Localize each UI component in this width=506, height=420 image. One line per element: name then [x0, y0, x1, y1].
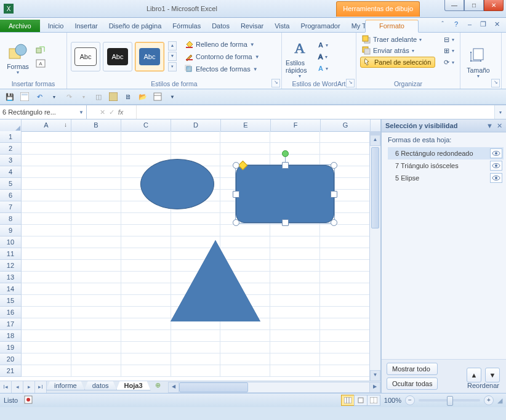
cell[interactable] — [270, 260, 320, 272]
cell[interactable] — [22, 248, 71, 260]
row-header[interactable]: 19 — [0, 342, 22, 353]
macro-record-icon[interactable] — [24, 395, 33, 405]
bring-forward-button[interactable]: Traer adelante▾ — [360, 34, 424, 44]
cell[interactable] — [320, 307, 370, 318]
cell[interactable] — [320, 236, 370, 248]
cell[interactable] — [71, 201, 121, 213]
cell[interactable] — [121, 143, 171, 155]
worksheet-grid[interactable]: A B C D E F G 12345678910111213141516171… — [0, 119, 381, 393]
text-box-icon[interactable]: A — [36, 59, 47, 68]
cell[interactable] — [22, 330, 71, 342]
row-header[interactable]: 7 — [0, 201, 22, 213]
cell[interactable] — [22, 190, 71, 201]
row-header[interactable]: 5 — [0, 178, 22, 190]
row-header[interactable]: 11 — [0, 248, 22, 260]
cell[interactable] — [71, 178, 121, 190]
window-maximize-button[interactable]: □ — [464, 0, 484, 11]
cell[interactable] — [171, 365, 221, 377]
cell[interactable] — [71, 330, 121, 342]
row-header[interactable]: 10 — [0, 236, 22, 248]
qat-customize-icon[interactable]: ▼ — [167, 92, 177, 102]
wordart-styles-button[interactable]: A Estilos rápidos ▼ — [286, 36, 314, 78]
cell[interactable] — [121, 248, 171, 260]
tab-page-layout[interactable]: Diseño de página — [103, 20, 167, 32]
visibility-toggle[interactable] — [490, 161, 502, 171]
cell[interactable] — [171, 225, 221, 236]
cell[interactable] — [71, 353, 121, 365]
cell[interactable] — [22, 342, 71, 353]
rotate-handle[interactable] — [282, 150, 289, 157]
tab-formulas[interactable]: Fórmulas — [167, 20, 206, 32]
cell[interactable] — [121, 131, 171, 143]
formula-input[interactable] — [137, 105, 494, 119]
resize-handle-bm[interactable] — [282, 219, 289, 226]
cell[interactable] — [121, 272, 171, 283]
column-header[interactable]: A — [22, 119, 71, 131]
cell[interactable] — [220, 365, 270, 377]
cell[interactable] — [22, 365, 71, 377]
cell[interactable] — [121, 225, 171, 236]
cell[interactable] — [71, 260, 121, 272]
shape-style-3[interactable]: Abc — [135, 42, 164, 71]
accept-formula-icon[interactable]: ✓ — [109, 108, 114, 116]
cell[interactable] — [270, 225, 320, 236]
sheet-tab[interactable]: datos — [84, 381, 117, 390]
sheet-nav-first-icon[interactable]: I◂ — [0, 381, 12, 393]
cell[interactable] — [220, 225, 270, 236]
reorder-down-button[interactable]: ▼ — [485, 368, 500, 382]
cell[interactable] — [22, 260, 71, 272]
row-header[interactable]: 14 — [0, 283, 22, 295]
tab-file[interactable]: Archivo — [0, 20, 40, 32]
cell[interactable] — [71, 213, 121, 225]
name-box-dropdown-icon[interactable]: ▼ — [79, 110, 84, 115]
sheet-tab[interactable]: informe — [46, 381, 85, 390]
tab-home[interactable]: Inicio — [42, 20, 70, 32]
visibility-toggle[interactable] — [490, 148, 502, 158]
cell[interactable] — [71, 307, 121, 318]
shapes-button[interactable]: Formas ▼ — [4, 39, 32, 75]
cell[interactable] — [220, 353, 270, 365]
qat-redo-icon[interactable]: ↷ — [64, 92, 74, 102]
cell[interactable] — [270, 318, 320, 330]
minimize-ribbon-icon[interactable]: ˆ — [438, 20, 447, 28]
cell[interactable] — [71, 318, 121, 330]
cell[interactable] — [121, 307, 171, 318]
zoom-out-button[interactable]: − — [405, 395, 415, 405]
shape-style-1[interactable]: Abc — [71, 42, 100, 71]
cell[interactable] — [171, 143, 221, 155]
cell[interactable] — [71, 131, 121, 143]
cell[interactable] — [121, 353, 171, 365]
cell[interactable] — [22, 143, 71, 155]
zoom-in-button[interactable]: + — [484, 395, 494, 405]
cell[interactable] — [320, 131, 370, 143]
row-header[interactable]: 15 — [0, 295, 22, 307]
cell[interactable] — [270, 330, 320, 342]
cancel-formula-icon[interactable]: ✕ — [100, 108, 105, 116]
cell[interactable] — [270, 353, 320, 365]
cell[interactable] — [270, 236, 320, 248]
reorder-up-button[interactable]: ▲ — [467, 368, 481, 382]
cell[interactable] — [121, 295, 171, 307]
row-header[interactable]: 20 — [0, 353, 22, 365]
qat-form-icon[interactable] — [20, 92, 30, 102]
fx-icon[interactable]: fx — [118, 108, 124, 116]
shape-effects-button[interactable]: Efectos de formas▼ — [183, 64, 262, 74]
tab-view[interactable]: Vista — [269, 20, 295, 32]
cell[interactable] — [71, 155, 121, 166]
cell[interactable] — [220, 131, 270, 143]
sheet-tab-active[interactable]: Hoja3 — [116, 381, 151, 390]
cell[interactable] — [320, 143, 370, 155]
cell[interactable] — [121, 330, 171, 342]
cell[interactable] — [71, 190, 121, 201]
show-all-button[interactable]: Mostrar todo — [387, 363, 438, 375]
row-header[interactable]: 8 — [0, 213, 22, 225]
new-sheet-icon[interactable]: ⊕ — [151, 381, 166, 389]
cell[interactable] — [121, 236, 171, 248]
selection-pane-dropdown-icon[interactable]: ▼ — [486, 122, 493, 130]
cell[interactable] — [22, 213, 71, 225]
sheet-nav-last-icon[interactable]: ▸I — [35, 381, 47, 393]
shape-styles-dialog-launcher[interactable]: ↘ — [271, 79, 280, 87]
tab-insert[interactable]: Insertar — [69, 20, 103, 32]
scroll-down-icon[interactable]: ▼ — [370, 370, 380, 381]
vertical-scrollbar[interactable]: ▲ ▼ — [369, 131, 380, 381]
